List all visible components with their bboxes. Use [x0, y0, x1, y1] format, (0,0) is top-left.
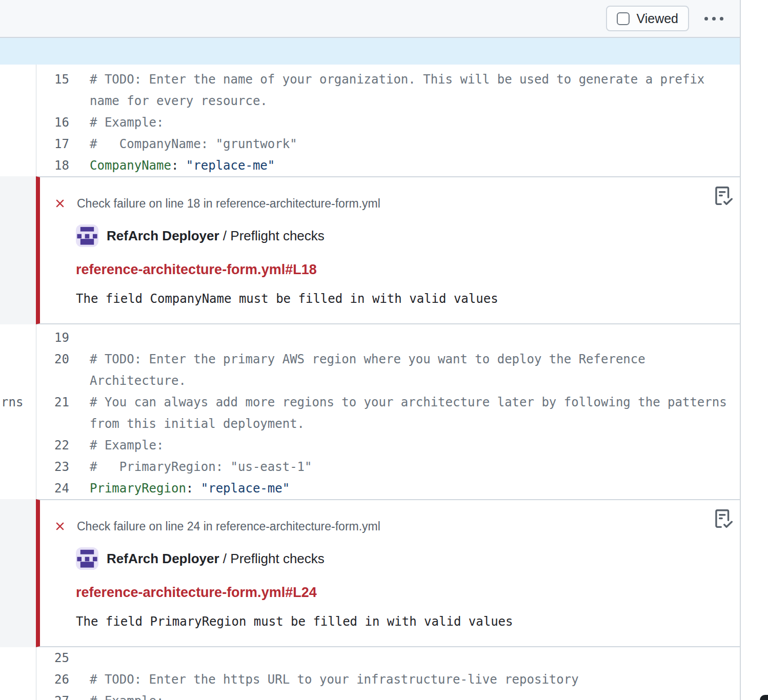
- check-annotation-line-18: Check failure on line 18 in reference-ar…: [36, 176, 740, 324]
- code-hunk-1: 15# TODO: Enter the name of your organiz…: [0, 65, 740, 176]
- code-text: from this initial deployment.: [90, 417, 305, 431]
- code-text: # Example:: [90, 115, 164, 130]
- token-punct: :: [186, 481, 201, 496]
- file-header-bar: Viewed: [0, 0, 740, 38]
- token-comment: # You can always add more regions to you…: [90, 395, 727, 409]
- app-name: RefArch Deployer: [107, 551, 219, 566]
- token-string: "replace-me": [201, 481, 290, 496]
- line-number[interactable]: 17: [36, 137, 69, 151]
- line-number[interactable]: 22: [36, 438, 69, 452]
- token-comment: name for every resource.: [90, 94, 268, 108]
- code-line: 27# Example:: [36, 690, 740, 700]
- token-comment: # PrimaryRegion: "us-east-1": [90, 460, 312, 474]
- code-lines: 2526# TODO: Enter the https URL to your …: [36, 647, 740, 700]
- code-line: 25: [36, 647, 740, 669]
- code-text: # TODO: Enter the https URL to your infr…: [90, 672, 579, 687]
- check-suffix: / Preflight checks: [219, 551, 325, 566]
- code-text: name for every resource.: [90, 94, 268, 108]
- check-annotation-line-24: Check failure on line 24 in reference-ar…: [36, 499, 740, 647]
- code-text: # TODO: Enter the name of your organizat…: [90, 72, 704, 87]
- annotation-app-row: RefArch Deployer / Preflight checks: [76, 547, 740, 570]
- kebab-dot: [712, 17, 716, 20]
- corner-overlay-artifact: [760, 695, 768, 700]
- code-text: # PrimaryRegion: "us-east-1": [90, 460, 312, 474]
- line-number[interactable]: 26: [36, 672, 69, 687]
- code-text: # Example:: [90, 438, 164, 452]
- annotation-file-link[interactable]: reference-architecture-form.yml#L18: [76, 261, 740, 278]
- token-comment: # TODO: Enter the name of your organizat…: [90, 72, 704, 87]
- token-comment: # Example:: [90, 438, 164, 452]
- code-hunk-3: 2526# TODO: Enter the https URL to your …: [0, 647, 740, 700]
- line-number[interactable]: 18: [36, 158, 69, 173]
- annotation-header: Check failure on line 18 in reference-ar…: [53, 196, 740, 211]
- code-line: 17# CompanyName: "gruntwork": [36, 133, 740, 155]
- code-line: 23# PrimaryRegion: "us-east-1": [36, 456, 740, 478]
- token-comment: from this initial deployment.: [90, 417, 305, 431]
- file-options-kebab-icon[interactable]: [703, 14, 724, 24]
- token-comment: Architecture.: [90, 374, 186, 388]
- code-text: # You can always add more regions to you…: [90, 395, 727, 409]
- line-number[interactable]: 20: [36, 352, 69, 366]
- annotation-section-line-24: Check failure on line 24 in reference-ar…: [0, 499, 740, 647]
- app-name: RefArch Deployer: [107, 228, 219, 243]
- code-line: 19: [36, 327, 740, 348]
- annotation-header: Check failure on line 24 in reference-ar…: [53, 519, 740, 534]
- left-gutter: [0, 65, 36, 176]
- annotation-message: The field CompanyName must be filled in …: [76, 291, 740, 306]
- annotation-gutter: [0, 499, 36, 647]
- annotation-app-row: RefArch Deployer / Preflight checks: [76, 224, 740, 247]
- line-number[interactable]: 25: [36, 651, 69, 665]
- x-failure-icon: [53, 197, 67, 210]
- code-line: 20# TODO: Enter the primary AWS region w…: [36, 348, 740, 370]
- token-key: CompanyName: [90, 158, 171, 173]
- line-number[interactable]: 23: [36, 460, 69, 474]
- code-line: 16# Example:: [36, 112, 740, 133]
- code-hunk-2: rns 1920# TODO: Enter the primary AWS re…: [0, 324, 740, 499]
- line-number[interactable]: 15: [36, 72, 69, 87]
- token-comment: # TODO: Enter the https URL to your infr…: [90, 672, 579, 687]
- code-lines: 15# TODO: Enter the name of your organiz…: [36, 65, 740, 176]
- annotation-title: Check failure on line 18 in reference-ar…: [77, 197, 380, 211]
- code-line: 18CompanyName: "replace-me": [36, 155, 740, 176]
- left-gutter: rns: [0, 324, 36, 499]
- kebab-dot: [704, 17, 708, 20]
- code-line: from this initial deployment.: [36, 413, 740, 435]
- line-number[interactable]: 16: [36, 115, 69, 130]
- code-line: 21# You can always add more regions to y…: [36, 392, 740, 413]
- kebab-dot: [720, 17, 723, 20]
- line-number[interactable]: 21: [36, 395, 69, 409]
- annotation-title: Check failure on line 24 in reference-ar…: [77, 520, 380, 533]
- token-comment: # Example:: [90, 115, 164, 130]
- code-text: # Example:: [90, 694, 164, 700]
- pr-diff-page: Viewed 15# TODO: Enter the name of your …: [0, 0, 768, 700]
- token-key: PrimaryRegion: [90, 481, 186, 496]
- hunk-expander-row[interactable]: [0, 38, 740, 65]
- token-punct: :: [171, 158, 186, 173]
- x-failure-icon: [53, 520, 67, 533]
- code-text: # CompanyName: "gruntwork": [90, 137, 297, 151]
- view-workflow-file-icon[interactable]: [714, 509, 733, 528]
- token-comment: # TODO: Enter the primary AWS region whe…: [90, 352, 645, 366]
- annotation-section-line-18: Check failure on line 18 in reference-ar…: [0, 176, 740, 324]
- code-line: 15# TODO: Enter the name of your organiz…: [36, 69, 740, 90]
- refarch-deployer-avatar: [76, 224, 98, 247]
- check-run-name: RefArch Deployer / Preflight checks: [107, 228, 325, 244]
- view-workflow-file-icon[interactable]: [714, 187, 733, 205]
- token-comment: # CompanyName: "gruntwork": [90, 137, 297, 151]
- code-text: CompanyName: "replace-me": [90, 158, 275, 173]
- code-text: PrimaryRegion: "replace-me": [90, 481, 290, 496]
- annotation-gutter: [0, 176, 36, 324]
- line-number[interactable]: 24: [36, 481, 69, 496]
- annotation-file-link[interactable]: reference-architecture-form.yml#L24: [76, 584, 740, 601]
- code-line: 22# Example:: [36, 435, 740, 456]
- token-comment: # Example:: [90, 694, 164, 700]
- code-lines: 1920# TODO: Enter the primary AWS region…: [36, 324, 740, 499]
- viewed-checkbox[interactable]: [617, 12, 630, 25]
- check-run-name: RefArch Deployer / Preflight checks: [107, 551, 325, 567]
- code-line: 26# TODO: Enter the https URL to your in…: [36, 669, 740, 690]
- line-number[interactable]: 27: [36, 694, 69, 700]
- line-number[interactable]: 19: [36, 331, 69, 345]
- left-pane-text-fragment: rns: [1, 392, 23, 413]
- viewed-toggle-button[interactable]: Viewed: [606, 6, 689, 31]
- token-string: "replace-me": [186, 158, 275, 173]
